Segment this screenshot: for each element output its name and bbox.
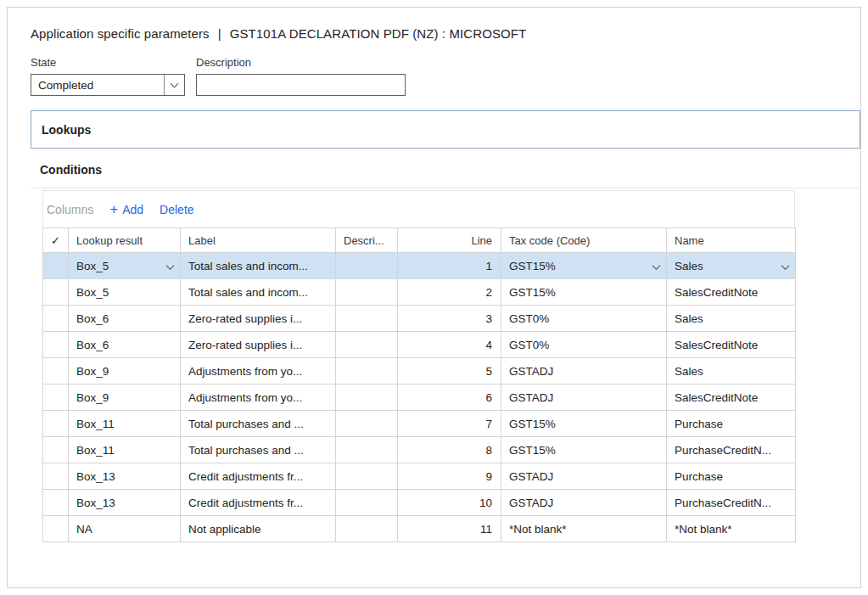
table-row[interactable]: Box_11 Total purchases and ... 7 GST15% … <box>43 411 796 437</box>
cell-lookup-result[interactable]: Box_11 <box>69 437 181 463</box>
row-select-cell[interactable] <box>43 332 69 358</box>
cell-label[interactable]: Total sales and incom... <box>181 253 336 279</box>
section-lookups-header[interactable]: Lookups <box>31 110 860 149</box>
cell-tax-code[interactable]: GSTADJ <box>501 463 667 490</box>
cell-name[interactable]: SalesCreditNote <box>667 279 796 306</box>
cell-description[interactable] <box>336 279 398 306</box>
cell-label[interactable]: Not applicable <box>181 516 336 542</box>
cell-line[interactable]: 2 <box>398 279 501 306</box>
col-line[interactable]: Line <box>398 228 501 253</box>
cell-description[interactable] <box>336 411 398 437</box>
cell-name[interactable]: Sales <box>667 253 796 279</box>
row-select-cell[interactable] <box>43 437 69 463</box>
cell-lookup-result[interactable]: Box_6 <box>69 332 181 358</box>
cell-name[interactable]: PurchaseCreditN... <box>667 437 796 463</box>
add-button[interactable]: + Add <box>109 203 143 216</box>
cell-lookup-result[interactable]: Box_11 <box>69 411 181 437</box>
row-select-cell[interactable] <box>43 516 69 542</box>
row-select-cell[interactable] <box>43 411 69 437</box>
table-row[interactable]: Box_9 Adjustments from yo... 5 GSTADJ Sa… <box>43 358 796 385</box>
cell-name[interactable]: Purchase <box>667 411 796 437</box>
cell-line[interactable]: 7 <box>398 411 501 437</box>
cell-tax-code[interactable]: GST0% <box>501 332 667 358</box>
cell-name[interactable]: Sales <box>667 306 796 332</box>
cell-description[interactable] <box>336 437 398 463</box>
cell-tax-code[interactable]: GST15% <box>501 279 667 306</box>
cell-label[interactable]: Credit adjustments fr... <box>181 490 336 516</box>
cell-description[interactable] <box>336 306 398 332</box>
cell-line[interactable]: 10 <box>398 490 501 516</box>
table-row[interactable]: Box_11 Total purchases and ... 8 GST15% … <box>43 437 796 463</box>
cell-name[interactable]: PurchaseCreditN... <box>667 490 796 516</box>
cell-lookup-result[interactable]: Box_13 <box>69 463 181 490</box>
table-row[interactable]: Box_6 Zero-rated supplies i... 4 GST0% S… <box>43 332 796 358</box>
cell-label[interactable]: Zero-rated supplies i... <box>181 306 336 332</box>
cell-label[interactable]: Total sales and incom... <box>181 279 336 306</box>
table-row[interactable]: Box_5 Total sales and incom... 2 GST15% … <box>43 279 796 306</box>
cell-tax-code[interactable]: GST15% <box>501 411 667 437</box>
cell-description[interactable] <box>336 332 398 358</box>
col-lookup-result[interactable]: Lookup result <box>69 228 181 253</box>
cell-line[interactable]: 6 <box>398 385 501 411</box>
cell-tax-code[interactable]: GSTADJ <box>501 385 667 411</box>
cell-lookup-result[interactable]: Box_5 <box>69 279 181 306</box>
chevron-down-icon[interactable] <box>167 263 173 269</box>
description-input[interactable] <box>196 74 406 96</box>
table-row[interactable]: Box_13 Credit adjustments fr... 10 GSTAD… <box>43 490 796 516</box>
cell-name[interactable]: *Not blank* <box>667 516 796 542</box>
table-row[interactable]: Box_9 Adjustments from yo... 6 GSTADJ Sa… <box>43 385 796 411</box>
row-select-cell[interactable] <box>43 385 69 411</box>
cell-tax-code[interactable]: GSTADJ <box>501 358 667 385</box>
select-all-header[interactable]: ✓ <box>43 228 69 253</box>
cell-lookup-result[interactable]: NA <box>69 516 181 542</box>
cell-description[interactable] <box>336 490 398 516</box>
col-label[interactable]: Label <box>181 228 336 253</box>
cell-name[interactable]: Purchase <box>667 463 796 490</box>
cell-lookup-result[interactable]: Box_13 <box>69 490 181 516</box>
columns-button[interactable]: Columns <box>47 203 93 216</box>
row-select-cell[interactable] <box>43 490 69 516</box>
chevron-down-icon[interactable] <box>782 263 788 269</box>
cell-label[interactable]: Adjustments from yo... <box>181 385 336 411</box>
row-select-cell[interactable] <box>43 358 69 385</box>
table-row[interactable]: Box_6 Zero-rated supplies i... 3 GST0% S… <box>43 306 796 332</box>
cell-lookup-result[interactable]: Box_9 <box>69 358 181 385</box>
cell-line[interactable]: 11 <box>398 516 501 542</box>
cell-tax-code[interactable]: GSTADJ <box>501 490 667 516</box>
chevron-down-icon[interactable] <box>653 263 659 269</box>
cell-line[interactable]: 1 <box>398 253 501 279</box>
cell-tax-code[interactable]: GST15% <box>501 253 667 279</box>
row-select-cell[interactable] <box>43 253 69 279</box>
col-name[interactable]: Name <box>667 228 796 253</box>
cell-name[interactable]: SalesCreditNote <box>667 332 796 358</box>
cell-line[interactable]: 3 <box>398 306 501 332</box>
chevron-down-icon[interactable] <box>164 75 184 95</box>
row-select-cell[interactable] <box>43 463 69 490</box>
cell-name[interactable]: SalesCreditNote <box>667 385 796 411</box>
cell-lookup-result[interactable]: Box_6 <box>69 306 181 332</box>
cell-label[interactable]: Adjustments from yo... <box>181 358 336 385</box>
cell-line[interactable]: 8 <box>398 437 501 463</box>
cell-label[interactable]: Total purchases and ... <box>181 411 336 437</box>
table-row[interactable]: NA Not applicable 11 *Not blank* *Not bl… <box>43 516 796 542</box>
cell-description[interactable] <box>336 516 398 542</box>
cell-description[interactable] <box>336 253 398 279</box>
row-select-cell[interactable] <box>43 279 69 306</box>
cell-name[interactable]: Sales <box>667 358 796 385</box>
cell-line[interactable]: 5 <box>398 358 501 385</box>
cell-line[interactable]: 4 <box>398 332 501 358</box>
table-row[interactable]: Box_5 Total sales and incom... 1 GST15% … <box>43 253 796 279</box>
delete-button[interactable]: Delete <box>160 203 193 216</box>
cell-lookup-result[interactable]: Box_9 <box>69 385 181 411</box>
cell-tax-code[interactable]: GST15% <box>501 437 667 463</box>
cell-tax-code[interactable]: GST0% <box>501 306 667 332</box>
row-select-cell[interactable] <box>43 306 69 332</box>
cell-description[interactable] <box>336 463 398 490</box>
cell-label[interactable]: Zero-rated supplies i... <box>181 332 336 358</box>
cell-lookup-result[interactable]: Box_5 <box>69 253 181 279</box>
col-description[interactable]: Descri... <box>336 228 398 253</box>
cell-label[interactable]: Credit adjustments fr... <box>181 463 336 490</box>
cell-label[interactable]: Total purchases and ... <box>181 437 336 463</box>
cell-description[interactable] <box>336 358 398 385</box>
cell-description[interactable] <box>336 385 398 411</box>
